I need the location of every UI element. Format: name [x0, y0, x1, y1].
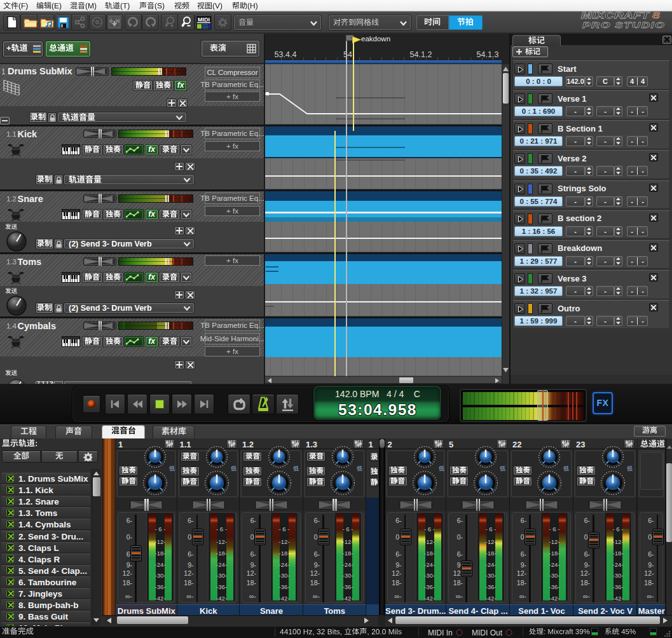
- svg-text:MIDI: MIDI: [198, 17, 210, 23]
